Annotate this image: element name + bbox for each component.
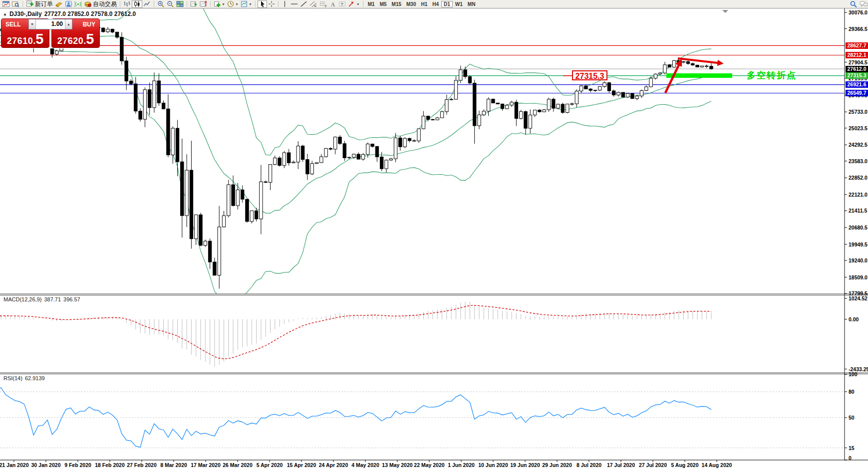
tile-windows-icon[interactable]: [175, 0, 185, 8]
timeframe-m30[interactable]: M30: [404, 1, 418, 7]
svg-text:25023.5: 25023.5: [849, 125, 868, 131]
svg-text:27904.5: 27904.5: [849, 59, 868, 65]
zoom-in-icon[interactable]: [156, 0, 166, 8]
svg-text:30076.0: 30076.0: [849, 9, 868, 15]
cursor-icon[interactable]: [258, 0, 267, 8]
buy-price: 27620.5: [52, 32, 99, 46]
timeframe-d1[interactable]: D1: [441, 1, 453, 7]
svg-text:22121.0: 22121.0: [849, 192, 868, 198]
timeframe-m5[interactable]: M5: [377, 1, 389, 7]
text-tool-icon[interactable]: A: [328, 0, 337, 8]
svg-text:25733.0: 25733.0: [849, 109, 868, 115]
svg-text:22852.0: 22852.0: [849, 175, 868, 181]
svg-text:24 Apr 2020: 24 Apr 2020: [319, 462, 348, 468]
price-level-badge: 27612.0: [846, 66, 868, 72]
svg-text:13 May 2020: 13 May 2020: [382, 462, 412, 468]
timeframe-h4[interactable]: H4: [430, 1, 441, 7]
timeframe-mn[interactable]: MN: [465, 1, 478, 7]
svg-text:19240.0: 19240.0: [849, 257, 868, 263]
svg-text:30 Jan 2020: 30 Jan 2020: [31, 462, 61, 468]
turning-point-annotation: 多空转折点: [747, 69, 797, 81]
toolbar-separator: [154, 1, 154, 7]
svg-text:14 Aug 2020: 14 Aug 2020: [702, 462, 732, 468]
timeframe-w1[interactable]: W1: [453, 1, 465, 7]
toolbar-separator: [210, 1, 211, 7]
timeframe-m15[interactable]: M15: [389, 1, 404, 7]
new-order-icon: [26, 0, 34, 7]
sell-label: SELL: [5, 21, 21, 28]
new-order-button[interactable]: 新订单: [25, 0, 54, 8]
svg-text:21411.5: 21411.5: [849, 208, 868, 214]
svg-text:27 Jul 2020: 27 Jul 2020: [639, 462, 667, 468]
svg-text:17 Mar 2020: 17 Mar 2020: [191, 462, 221, 468]
svg-text:0.00: 0.00: [849, 316, 859, 322]
volume-increase-button[interactable]: ▲: [65, 19, 72, 29]
svg-text:50: 50: [849, 415, 855, 421]
auto-scroll-icon[interactable]: [189, 0, 199, 8]
svg-text:29366.5: 29366.5: [849, 26, 868, 32]
arrow-objects-icon[interactable]: ▼: [347, 0, 361, 8]
new-chart-icon[interactable]: [1, 0, 11, 8]
svg-text:4 May 2020: 4 May 2020: [351, 462, 379, 468]
template-icon[interactable]: ▼: [240, 0, 253, 8]
trendline-tool-icon[interactable]: [299, 0, 308, 8]
collapse-triangle-icon[interactable]: ▲: [3, 12, 7, 16]
rsi-indicator-header: RSI(14) 62.9139: [3, 375, 45, 381]
svg-text:10 Jun 2020: 10 Jun 2020: [478, 462, 508, 468]
data-window-icon[interactable]: [11, 0, 20, 8]
zoom-out-icon[interactable]: [166, 0, 175, 8]
svg-text:21 Jan 2020: 21 Jan 2020: [0, 462, 29, 468]
macd-value-main: 387.71: [44, 296, 61, 302]
price-level-badge: 27315.3: [846, 72, 868, 79]
bar-chart-icon[interactable]: [122, 0, 132, 8]
volume-input[interactable]: 1.00: [36, 19, 65, 29]
symbol-period-label: DJ30-,Daily: [9, 10, 42, 17]
signals-icon[interactable]: [73, 0, 83, 8]
line-chart-icon[interactable]: [142, 0, 152, 8]
buy-label: BUY: [83, 21, 95, 28]
svg-text:A: A: [331, 1, 335, 8]
navigator-icon[interactable]: [64, 0, 73, 8]
svg-text:29 Jun 2020: 29 Jun 2020: [542, 462, 572, 468]
crosshair-icon[interactable]: [267, 0, 276, 8]
price-level-badge: 28212.1: [846, 52, 868, 58]
horizontal-line-tool-icon[interactable]: [289, 0, 299, 8]
toolbar-separator: [22, 1, 23, 7]
timeframe-m1[interactable]: M1: [365, 1, 377, 7]
svg-text:F: F: [325, 4, 327, 8]
svg-text:1024.52: 1024.52: [849, 295, 868, 301]
text-label-tool-icon[interactable]: T: [337, 0, 347, 8]
vertical-line-tool-icon[interactable]: [281, 0, 289, 8]
dropdown-caret: ▼: [235, 2, 239, 6]
add-indicator-icon[interactable]: ▼: [213, 0, 226, 8]
chart-canvas[interactable]: 30076.029366.527904.527195.026464.025733…: [0, 0, 868, 469]
svg-text:22 May 2020: 22 May 2020: [414, 462, 444, 468]
chat-icon[interactable]: [859, 0, 868, 8]
svg-text:15 Apr 2020: 15 Apr 2020: [287, 462, 316, 468]
chart-title-bar: ▲ DJ30-,Daily 27727.0 27852.0 27578.0 27…: [3, 10, 136, 17]
sell-price: 27610.5: [1, 32, 49, 46]
macd-value-signal: 396.57: [63, 296, 80, 302]
macd-indicator-header: MACD(12,26,9) 387.71 396.57: [3, 296, 80, 302]
svg-text:9 Feb 2020: 9 Feb 2020: [64, 462, 91, 468]
svg-text:15: 15: [849, 445, 855, 451]
svg-text:24292.5: 24292.5: [849, 142, 868, 148]
channel-tool-icon[interactable]: E: [308, 0, 318, 8]
period-clock-icon[interactable]: ▼: [226, 0, 240, 8]
autotrading-button[interactable]: 自动交易: [83, 0, 118, 8]
autotrading-icon: [84, 0, 92, 7]
search-icon[interactable]: [849, 0, 859, 8]
svg-text:E: E: [314, 4, 316, 7]
fibonacci-tool-icon[interactable]: F: [318, 0, 328, 8]
svg-text:80: 80: [849, 389, 855, 395]
candlestick-chart-icon[interactable]: [132, 0, 142, 8]
svg-text:8 Mar 2020: 8 Mar 2020: [160, 462, 187, 468]
rsi-value: 62.9139: [25, 375, 45, 381]
volume-decrease-button[interactable]: ▼: [29, 19, 36, 29]
chart-shift-icon[interactable]: [199, 0, 208, 8]
timeframe-h1[interactable]: H1: [418, 1, 430, 7]
toolbar: 新订单 自动交易 ▼ ▼ ▼ E F A T ▼ M1 M5 M15 M30 H…: [0, 0, 868, 8]
one-click-trading-panel: SELL 27610.5 BUY 27620.5 ▼ 1.00 ▲: [1, 18, 100, 48]
svg-text:100: 100: [849, 371, 858, 377]
history-center-icon[interactable]: [54, 0, 64, 8]
